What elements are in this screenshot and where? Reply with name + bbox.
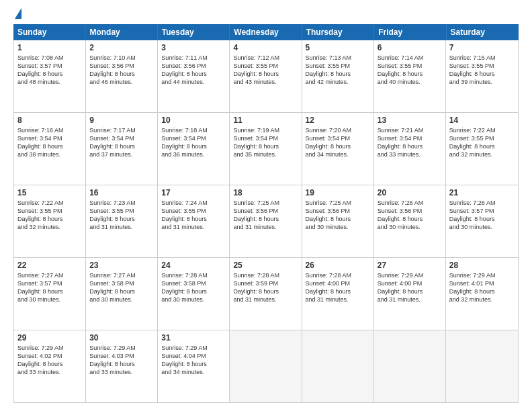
- day-number: 15: [17, 188, 82, 197]
- day-info: Sunrise: 7:08 AMSunset: 3:57 PMDaylight:…: [17, 54, 82, 87]
- day-info: Sunrise: 7:17 AMSunset: 3:54 PMDaylight:…: [89, 126, 154, 159]
- day-number: 12: [306, 116, 370, 125]
- day-number: 20: [378, 188, 442, 197]
- day-number: 29: [17, 333, 82, 342]
- calendar-rows: 1Sunrise: 7:08 AMSunset: 3:57 PMDaylight…: [14, 40, 518, 402]
- calendar-day-20: 20Sunrise: 7:26 AMSunset: 3:56 PMDayligh…: [374, 185, 446, 257]
- day-number: 1: [17, 43, 82, 52]
- calendar-day-11: 11Sunrise: 7:19 AMSunset: 3:54 PMDayligh…: [230, 113, 302, 185]
- header-day-friday: Friday: [374, 24, 446, 40]
- day-info: Sunrise: 7:10 AMSunset: 3:56 PMDaylight:…: [89, 54, 154, 87]
- day-info: Sunrise: 7:28 AMSunset: 3:59 PMDaylight:…: [233, 271, 298, 304]
- day-info: Sunrise: 7:21 AMSunset: 3:54 PMDaylight:…: [378, 126, 442, 159]
- calendar-day-3: 3Sunrise: 7:11 AMSunset: 3:56 PMDaylight…: [158, 40, 230, 112]
- day-number: 16: [89, 188, 154, 197]
- calendar-week-5: 29Sunrise: 7:29 AMSunset: 4:02 PMDayligh…: [14, 330, 518, 402]
- day-info: Sunrise: 7:28 AMSunset: 4:00 PMDaylight:…: [306, 271, 370, 304]
- day-number: 26: [306, 261, 370, 270]
- day-number: 28: [449, 261, 515, 270]
- day-info: Sunrise: 7:27 AMSunset: 3:58 PMDaylight:…: [89, 271, 154, 304]
- day-info: Sunrise: 7:27 AMSunset: 3:57 PMDaylight:…: [17, 271, 82, 304]
- header-day-sunday: Sunday: [13, 24, 85, 40]
- day-number: 14: [449, 116, 515, 125]
- day-info: Sunrise: 7:13 AMSunset: 3:55 PMDaylight:…: [306, 54, 370, 87]
- logo-triangle-icon: [15, 8, 21, 19]
- calendar-day-25: 25Sunrise: 7:28 AMSunset: 3:59 PMDayligh…: [230, 258, 302, 330]
- day-number: 9: [89, 116, 154, 125]
- day-info: Sunrise: 7:25 AMSunset: 3:56 PMDaylight:…: [306, 199, 370, 232]
- header-day-thursday: Thursday: [302, 24, 374, 40]
- header: [13, 11, 519, 19]
- header-day-tuesday: Tuesday: [158, 24, 230, 40]
- calendar-day-8: 8Sunrise: 7:16 AMSunset: 3:54 PMDaylight…: [14, 113, 86, 185]
- calendar-empty-cell: [446, 330, 518, 402]
- day-info: Sunrise: 7:22 AMSunset: 3:55 PMDaylight:…: [449, 126, 515, 159]
- calendar-week-3: 15Sunrise: 7:22 AMSunset: 3:55 PMDayligh…: [14, 185, 518, 258]
- day-number: 21: [449, 188, 515, 197]
- day-number: 24: [161, 261, 226, 270]
- day-number: 31: [161, 333, 226, 342]
- calendar-day-4: 4Sunrise: 7:12 AMSunset: 3:55 PMDaylight…: [230, 40, 302, 112]
- calendar-day-27: 27Sunrise: 7:29 AMSunset: 4:00 PMDayligh…: [374, 258, 446, 330]
- calendar-day-16: 16Sunrise: 7:23 AMSunset: 3:55 PMDayligh…: [86, 185, 158, 257]
- day-info: Sunrise: 7:16 AMSunset: 3:54 PMDaylight:…: [17, 126, 82, 159]
- day-info: Sunrise: 7:15 AMSunset: 3:55 PMDaylight:…: [449, 54, 515, 87]
- calendar-week-4: 22Sunrise: 7:27 AMSunset: 3:57 PMDayligh…: [14, 258, 518, 330]
- day-number: 6: [378, 43, 442, 52]
- calendar-header: SundayMondayTuesdayWednesdayThursdayFrid…: [13, 24, 519, 40]
- calendar-day-15: 15Sunrise: 7:22 AMSunset: 3:55 PMDayligh…: [14, 185, 86, 257]
- calendar-day-29: 29Sunrise: 7:29 AMSunset: 4:02 PMDayligh…: [14, 330, 86, 402]
- day-number: 10: [161, 116, 226, 125]
- day-number: 19: [306, 188, 370, 197]
- day-number: 2: [89, 43, 154, 52]
- day-number: 18: [233, 188, 298, 197]
- calendar-day-10: 10Sunrise: 7:18 AMSunset: 3:54 PMDayligh…: [158, 113, 230, 185]
- calendar-day-13: 13Sunrise: 7:21 AMSunset: 3:54 PMDayligh…: [374, 113, 446, 185]
- calendar-day-2: 2Sunrise: 7:10 AMSunset: 3:56 PMDaylight…: [86, 40, 158, 112]
- day-number: 17: [161, 188, 226, 197]
- calendar-day-31: 31Sunrise: 7:29 AMSunset: 4:04 PMDayligh…: [158, 330, 230, 402]
- day-info: Sunrise: 7:29 AMSunset: 4:01 PMDaylight:…: [449, 271, 515, 304]
- calendar-week-2: 8Sunrise: 7:16 AMSunset: 3:54 PMDaylight…: [14, 113, 518, 185]
- day-number: 13: [378, 116, 442, 125]
- calendar-day-28: 28Sunrise: 7:29 AMSunset: 4:01 PMDayligh…: [446, 258, 518, 330]
- day-number: 25: [233, 261, 298, 270]
- day-number: 11: [233, 116, 298, 125]
- day-info: Sunrise: 7:20 AMSunset: 3:54 PMDaylight:…: [306, 126, 370, 159]
- day-number: 27: [378, 261, 442, 270]
- calendar-week-1: 1Sunrise: 7:08 AMSunset: 3:57 PMDaylight…: [14, 40, 518, 113]
- day-number: 30: [89, 333, 154, 342]
- calendar-day-23: 23Sunrise: 7:27 AMSunset: 3:58 PMDayligh…: [86, 258, 158, 330]
- header-day-monday: Monday: [85, 24, 157, 40]
- day-info: Sunrise: 7:29 AMSunset: 4:00 PMDaylight:…: [378, 271, 442, 304]
- calendar-empty-cell: [230, 330, 302, 402]
- calendar-day-18: 18Sunrise: 7:25 AMSunset: 3:56 PMDayligh…: [230, 185, 302, 257]
- calendar-day-21: 21Sunrise: 7:26 AMSunset: 3:57 PMDayligh…: [446, 185, 518, 257]
- day-info: Sunrise: 7:22 AMSunset: 3:55 PMDaylight:…: [17, 199, 82, 232]
- calendar-day-5: 5Sunrise: 7:13 AMSunset: 3:55 PMDaylight…: [302, 40, 374, 112]
- calendar-body: 1Sunrise: 7:08 AMSunset: 3:57 PMDaylight…: [13, 40, 519, 403]
- day-number: 4: [233, 43, 298, 52]
- calendar-day-26: 26Sunrise: 7:28 AMSunset: 4:00 PMDayligh…: [302, 258, 374, 330]
- day-number: 7: [449, 43, 515, 52]
- day-info: Sunrise: 7:29 AMSunset: 4:03 PMDaylight:…: [89, 344, 154, 377]
- calendar-day-19: 19Sunrise: 7:25 AMSunset: 3:56 PMDayligh…: [302, 185, 374, 257]
- day-info: Sunrise: 7:24 AMSunset: 3:55 PMDaylight:…: [161, 199, 226, 232]
- calendar: SundayMondayTuesdayWednesdayThursdayFrid…: [13, 24, 519, 403]
- calendar-day-12: 12Sunrise: 7:20 AMSunset: 3:54 PMDayligh…: [302, 113, 374, 185]
- calendar-day-22: 22Sunrise: 7:27 AMSunset: 3:57 PMDayligh…: [14, 258, 86, 330]
- header-day-wednesday: Wednesday: [230, 24, 302, 40]
- calendar-day-1: 1Sunrise: 7:08 AMSunset: 3:57 PMDaylight…: [14, 40, 86, 112]
- day-info: Sunrise: 7:12 AMSunset: 3:55 PMDaylight:…: [233, 54, 298, 87]
- logo: [13, 11, 21, 19]
- calendar-day-30: 30Sunrise: 7:29 AMSunset: 4:03 PMDayligh…: [86, 330, 158, 402]
- day-info: Sunrise: 7:18 AMSunset: 3:54 PMDaylight:…: [161, 126, 226, 159]
- day-info: Sunrise: 7:11 AMSunset: 3:56 PMDaylight:…: [161, 54, 226, 87]
- day-info: Sunrise: 7:25 AMSunset: 3:56 PMDaylight:…: [233, 199, 298, 232]
- header-day-saturday: Saturday: [447, 24, 519, 40]
- day-info: Sunrise: 7:14 AMSunset: 3:55 PMDaylight:…: [378, 54, 442, 87]
- day-info: Sunrise: 7:19 AMSunset: 3:54 PMDaylight:…: [233, 126, 298, 159]
- day-info: Sunrise: 7:29 AMSunset: 4:04 PMDaylight:…: [161, 344, 226, 377]
- day-info: Sunrise: 7:28 AMSunset: 3:58 PMDaylight:…: [161, 271, 226, 304]
- day-number: 3: [161, 43, 226, 52]
